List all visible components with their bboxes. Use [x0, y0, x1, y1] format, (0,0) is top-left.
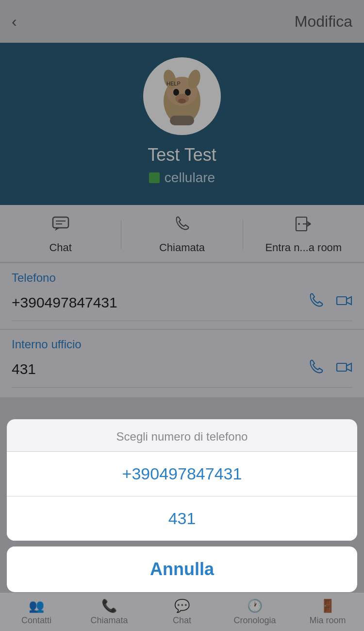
- action-sheet: Scegli numero di telefono +390497847431 …: [7, 419, 357, 592]
- cancel-button[interactable]: Annulla: [7, 546, 357, 592]
- action-sheet-option-1[interactable]: +390497847431: [7, 452, 357, 496]
- action-sheet-option-2[interactable]: 431: [7, 496, 357, 541]
- action-sheet-content: Scegli numero di telefono +390497847431 …: [7, 419, 357, 541]
- action-sheet-title: Scegli numero di telefono: [7, 419, 357, 452]
